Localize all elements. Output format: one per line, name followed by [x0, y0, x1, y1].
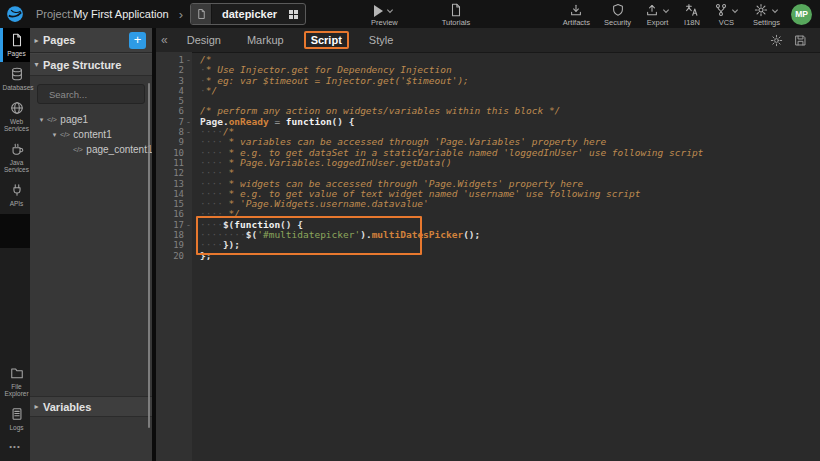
project-label: Project: — [36, 8, 73, 20]
line-number: 7- — [156, 117, 192, 127]
code-line-20[interactable]: }; — [200, 251, 820, 261]
topbar-action-preview[interactable]: Preview — [364, 2, 405, 27]
caret-down-icon — [386, 8, 394, 14]
editor-area: « DesignMarkupScriptStyle 1-234567-8-910… — [156, 28, 820, 461]
fold-marker-icon[interactable]: - — [185, 117, 192, 127]
save-button[interactable] — [794, 34, 807, 47]
add-page-button[interactable]: + — [129, 32, 146, 49]
rail-item-label: Web Services — [3, 118, 30, 132]
page-structure-title: Page Structure — [43, 59, 121, 71]
topbar-action-label: Preview — [371, 19, 398, 27]
fold-marker-icon[interactable]: - — [185, 127, 192, 137]
rail-divider — [0, 214, 30, 248]
topbar-action-tutorials[interactable]: Tutorials — [435, 2, 477, 27]
i18n-icon — [685, 3, 699, 17]
tutorials-icon — [449, 3, 463, 17]
logs-icon — [10, 407, 24, 421]
rail-item-java-services[interactable]: Java Services — [0, 137, 30, 178]
more-options-icon[interactable]: ••• — [0, 436, 30, 457]
panel-scrollbar[interactable] — [148, 83, 150, 428]
rail-item-apis[interactable]: APIs — [0, 178, 30, 212]
pages-section-header[interactable]: ▸ Pages + — [30, 28, 152, 53]
code-line-3[interactable]: ·* eg: var $timeout = Injector.get('$tim… — [200, 76, 820, 86]
tab-style[interactable]: Style — [367, 31, 395, 49]
topbar-action-label: Export — [647, 19, 669, 27]
tree-expand-arrow-icon[interactable]: ▾ — [36, 116, 47, 124]
pages-section-title: Pages — [43, 34, 75, 46]
topbar-action-export[interactable]: Export — [638, 2, 677, 27]
search-input[interactable] — [47, 88, 141, 101]
tab-script[interactable]: Script — [304, 31, 349, 49]
tree-node-label: page1 — [60, 114, 88, 125]
line-number-gutter: 1-234567-8-91011121314151617-181920 — [156, 52, 192, 461]
wavemaker-logo-icon — [6, 5, 24, 23]
tab-markup[interactable]: Markup — [245, 31, 286, 49]
search-box[interactable] — [37, 84, 145, 104]
rail-item-file-explorer[interactable]: File Explorer — [0, 361, 30, 402]
topbar-left-actions: PreviewTutorials — [306, 2, 477, 27]
database-icon — [10, 67, 24, 81]
rail-item-label: Logs — [9, 424, 23, 431]
grid-icon[interactable] — [289, 10, 298, 19]
left-rail: PagesDatabasesWeb ServicesJava ServicesA… — [0, 28, 30, 461]
rail-item-label: Java Services — [3, 159, 30, 173]
tree-expand-arrow-icon[interactable]: ▾ — [49, 131, 60, 139]
topbar-action-vcs[interactable]: VCS — [707, 2, 746, 27]
user-avatar[interactable]: MP — [791, 4, 812, 25]
api-icon — [10, 183, 24, 197]
line-number: 3 — [156, 76, 192, 86]
rail-item-label: File Explorer — [3, 383, 30, 397]
topbar-action-artifacts[interactable]: Artifacts — [556, 2, 597, 27]
code-line-18[interactable]: ········$('#multidatepicker').multiDates… — [200, 230, 820, 240]
line-number: 14 — [156, 189, 192, 199]
vcs-icon — [714, 3, 728, 17]
fold-marker-empty — [185, 137, 192, 147]
code-lines[interactable]: /*·* Use Injector.get for Dependency Inj… — [192, 52, 820, 461]
code-line-15[interactable]: ···· * 'Page.Widgets.username.datavalue' — [200, 199, 820, 209]
page-file-icon — [191, 4, 212, 24]
script-settings-button[interactable] — [770, 34, 783, 47]
code-line-7[interactable]: Page.onReady = function() { — [200, 117, 820, 127]
rail-item-pages[interactable]: Pages — [0, 28, 30, 62]
breadcrumb-chevron-icon: › — [179, 7, 183, 22]
tree-node-content1[interactable]: ▾</>content1 — [30, 127, 152, 142]
variables-section-header[interactable]: ▸ Variables — [30, 396, 152, 417]
line-number: 11 — [156, 158, 192, 168]
widget-code-icon: </> — [73, 145, 82, 154]
tree-node-page_content1[interactable]: </>page_content1 — [30, 142, 152, 157]
variables-arrow-icon[interactable]: ▸ — [30, 402, 43, 411]
code-line-4[interactable]: ·*/ — [200, 86, 820, 96]
topbar-action-label: Settings — [753, 19, 780, 27]
fold-marker-icon[interactable]: - — [185, 55, 192, 65]
download-icon — [569, 3, 583, 17]
line-number: 9 — [156, 137, 192, 147]
topbar-action-settings[interactable]: Settings — [746, 2, 787, 27]
tree-node-page1[interactable]: ▾</>page1 — [30, 112, 152, 127]
code-line-11[interactable]: ···· * Page.Variables.loggedInUser.getDa… — [200, 158, 820, 168]
rail-item-label: APIs — [10, 200, 24, 207]
fold-marker-empty — [185, 230, 192, 240]
fold-marker-icon[interactable]: - — [185, 220, 192, 230]
rail-item-logs[interactable]: Logs — [0, 402, 30, 436]
code-line-19[interactable]: ····}); — [200, 240, 820, 250]
gear-icon — [770, 34, 783, 47]
wavemaker-logo[interactable] — [0, 0, 30, 28]
collapse-panel-icon[interactable]: « — [156, 33, 174, 47]
topbar-action-label: VCS — [719, 19, 734, 27]
open-page-tab[interactable]: datepicker — [190, 3, 306, 25]
page-structure-header[interactable]: ▾ Page Structure — [30, 53, 152, 76]
save-icon — [794, 34, 807, 47]
rail-item-web-services[interactable]: Web Services — [0, 96, 30, 137]
widget-code-icon: </> — [47, 115, 56, 124]
topbar-action-security[interactable]: Security — [597, 2, 638, 27]
code-editor[interactable]: 1-234567-8-91011121314151617-181920 /*·*… — [156, 52, 820, 461]
tab-design[interactable]: Design — [185, 31, 223, 49]
caret-down-icon — [731, 8, 739, 16]
topbar-action-i18n[interactable]: I18N — [677, 2, 707, 27]
fold-marker-empty — [185, 179, 192, 189]
pages-collapse-arrow-icon[interactable]: ▸ — [30, 36, 43, 45]
rail-item-databases[interactable]: Databases — [0, 62, 30, 96]
page-structure-arrow-icon[interactable]: ▾ — [30, 60, 43, 69]
tree-node-label: content1 — [73, 129, 111, 140]
coffee-icon — [10, 142, 24, 156]
